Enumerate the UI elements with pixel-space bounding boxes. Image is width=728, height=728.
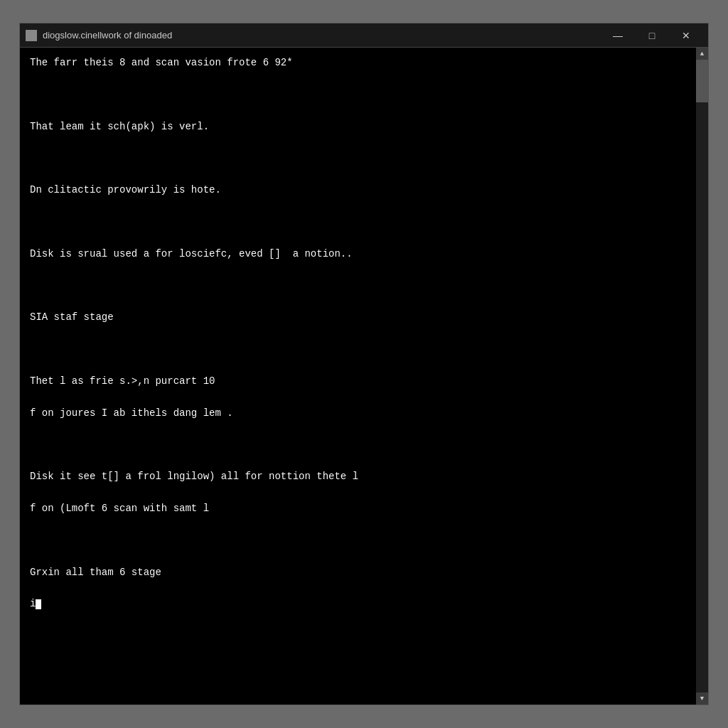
minimize-button[interactable]: —	[601, 23, 634, 48]
window-icon	[26, 30, 37, 41]
terminal-line	[30, 150, 686, 166]
terminal-line	[30, 437, 686, 452]
terminal-content[interactable]: The farr theis 8 and scan vasion frote 6…	[20, 48, 696, 705]
terminal-window: diogslow.cinellwork of dinoaded — □ ✕ Th…	[19, 23, 709, 705]
terminal-line: Thet l as frie s.>,n purcart 10	[30, 373, 686, 389]
terminal-line: SIA staf stage	[30, 309, 686, 325]
terminal-line: The farr theis 8 and scan vasion frote 6…	[30, 55, 686, 70]
window-body: The farr theis 8 and scan vasion frote 6…	[20, 48, 708, 705]
terminal-line: Disk it see t[] a frol lngilow) all for …	[30, 469, 686, 484]
terminal-cursor	[36, 599, 41, 609]
title-bar: diogslow.cinellwork of dinoaded — □ ✕	[20, 23, 708, 48]
terminal-line: i	[30, 596, 686, 611]
terminal-line	[30, 341, 686, 357]
scrollbar-track	[696, 60, 708, 692]
scrollbar-thumb[interactable]	[696, 60, 708, 102]
terminal-line	[30, 214, 686, 230]
terminal-line	[30, 532, 686, 548]
scrollbar[interactable]: ▲ ▼	[696, 48, 708, 705]
window-title: diogslow.cinellwork of dinoaded	[43, 30, 172, 41]
terminal-line: Disk is srual used a for losciefc, eved …	[30, 246, 686, 262]
terminal-line: f on (Lmoft 6 scan with samt l	[30, 500, 686, 516]
svg-rect-1	[28, 33, 34, 35]
window-controls: — □ ✕	[601, 23, 702, 48]
terminal-line: That leam it sch(apk) is verl.	[30, 119, 686, 134]
close-button[interactable]: ✕	[670, 23, 702, 48]
terminal-line: Dn clitactic provowrily is hote.	[30, 182, 686, 198]
terminal-line: f on joures I ab ithels dang lem .	[30, 405, 686, 421]
title-bar-left: diogslow.cinellwork of dinoaded	[26, 30, 172, 41]
scroll-up-arrow[interactable]: ▲	[696, 48, 708, 60]
terminal-line: Grxin all tham 6 stage	[30, 564, 686, 580]
terminal-line	[30, 277, 686, 293]
scroll-down-arrow[interactable]: ▼	[696, 692, 708, 705]
terminal-line	[30, 87, 686, 102]
maximize-button[interactable]: □	[636, 23, 668, 48]
svg-rect-2	[28, 36, 34, 37]
svg-rect-3	[28, 38, 32, 39]
